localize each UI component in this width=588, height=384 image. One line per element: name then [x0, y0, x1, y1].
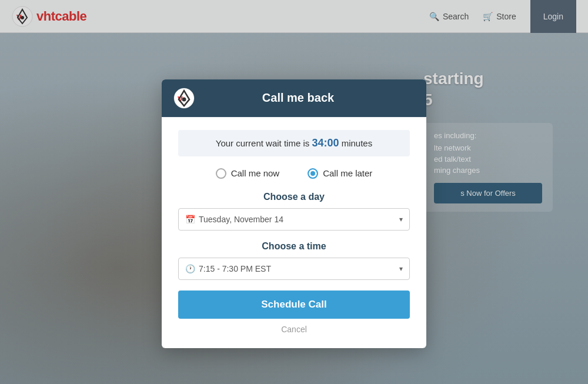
- call-now-label: Call me now: [231, 168, 280, 178]
- wait-time-suffix: minutes: [339, 138, 373, 148]
- wait-time-prefix: Your current wait time is: [216, 138, 312, 148]
- call-later-option[interactable]: Call me later: [308, 168, 372, 179]
- modal-body: Your current wait time is 34:00 minutes …: [162, 117, 426, 348]
- modal-title: Call me back: [203, 91, 393, 105]
- schedule-call-button[interactable]: Schedule Call: [178, 290, 410, 319]
- call-back-modal: v Call me back Your current wait time is…: [162, 79, 426, 348]
- modal-logo-icon: v: [173, 88, 195, 109]
- day-dropdown[interactable]: Tuesday, November 14: [178, 208, 410, 231]
- call-now-option[interactable]: Call me now: [216, 168, 280, 179]
- time-dropdown[interactable]: 7:15 - 7:30 PM EST: [178, 258, 410, 280]
- time-section-label: Choose a time: [178, 241, 410, 252]
- call-later-label: Call me later: [323, 168, 372, 178]
- cancel-link[interactable]: Cancel: [178, 325, 410, 334]
- time-dropdown-wrapper: 🕐 7:15 - 7:30 PM EST ▾: [178, 258, 410, 280]
- day-section-label: Choose a day: [178, 192, 410, 202]
- wait-time-value: 34:00: [312, 137, 339, 149]
- modal-header: v Call me back: [162, 79, 426, 117]
- call-option-group: Call me now Call me later: [178, 168, 410, 179]
- call-now-radio[interactable]: [216, 168, 226, 179]
- wait-time-box: Your current wait time is 34:00 minutes: [178, 130, 410, 156]
- call-later-radio[interactable]: [308, 168, 318, 179]
- svg-point-5: [182, 97, 186, 101]
- day-dropdown-wrapper: 📅 Tuesday, November 14 ▾: [178, 208, 410, 231]
